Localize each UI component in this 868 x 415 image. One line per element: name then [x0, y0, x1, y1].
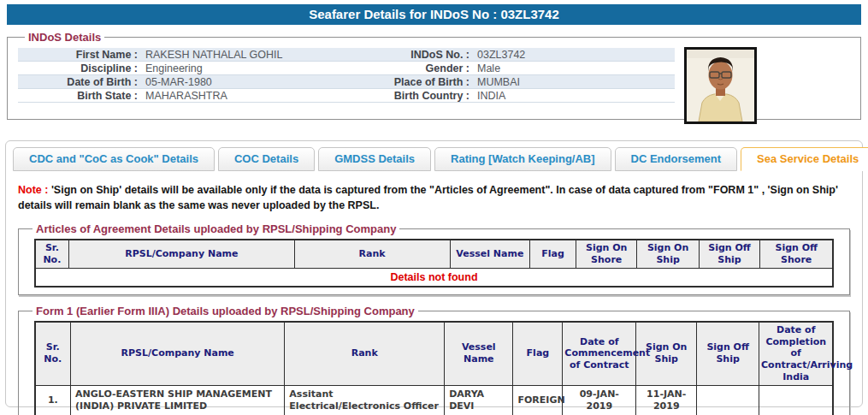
column-header-sr-no: Sr. No. [35, 240, 69, 268]
column-header-vessel-name: Vessel Name [450, 240, 529, 268]
field-label-place-of-birth: Place of Birth : [341, 76, 469, 88]
field-label-indos-no: INDoS No. : [341, 49, 469, 61]
table-cell-sign-off-ship [697, 385, 759, 415]
column-header-sign-off-ship: Sign Off Ship [700, 240, 760, 268]
tab-rating-watch-keeping-ab[interactable]: Rating [Watch Keeping/AB] [434, 147, 611, 171]
table-cell-date-of-commencement-of-contract: 09-JAN-2019 [563, 385, 636, 415]
tab-cdc-and-coc-as-cook-details[interactable]: CDC and "CoC as Cook" Details [13, 147, 215, 171]
field-value-gender: Male [469, 62, 675, 74]
column-header-flag: Flag [513, 322, 563, 385]
field-value-date-of-birth: 05-MAR-1980 [138, 76, 341, 88]
column-header-sign-off-ship: Sign Off Ship [697, 322, 759, 385]
field-label-birth-state: Birth State : [18, 90, 138, 102]
indos-row: Birth State :MAHARASHTRABirth Country :I… [18, 89, 675, 103]
field-value-first-name: RAKESH NATHALAL GOHIL [138, 49, 341, 61]
column-header-sign-off-shore: Sign Off Shore [759, 240, 833, 268]
articles-of-agreement-legend: Articles of Agreement Details uploaded b… [32, 222, 399, 235]
indos-grid: First Name :RAKESH NATHALAL GOHILINDoS N… [18, 48, 675, 103]
table-header-row: Sr. No.RPSL/Company NameRankVessel NameF… [35, 240, 834, 268]
column-header-sign-on-ship: Sign On Ship [636, 322, 697, 385]
column-header-date-of-completion-of-contract-arriving-india: Date of Completion of Contract/Arriving … [759, 322, 834, 385]
field-label-discipline: Discipline : [18, 62, 138, 74]
tab-coc-details[interactable]: COC Details [218, 147, 315, 171]
table-cell-sign-on-ship: 11-JAN-2019 [636, 385, 697, 415]
field-value-birth-state: MAHARASHTRA [138, 90, 341, 102]
table-cell-rpsl-company-name: ANGLO-EASTERN SHIP MANAGEMENT (INDIA) PR… [71, 385, 285, 415]
seafarer-photo-illustration [687, 50, 754, 122]
field-value-discipline: Engineering [138, 62, 341, 74]
tab-sea-service-details[interactable]: Sea Service Details [741, 147, 868, 171]
column-header-rank: Rank [285, 322, 445, 385]
column-header-rpsl-company-name: RPSL/Company Name [71, 322, 285, 385]
table-cell-vessel-name: DARYA DEVI [445, 385, 513, 415]
empty-message-row: Details not found [35, 268, 834, 287]
indos-row: Discipline :EngineeringGender :Male [18, 62, 675, 75]
indos-details-legend: INDoS Details [25, 31, 104, 44]
column-header-sign-on-shore: Sign On Shore [576, 240, 637, 268]
column-header-sign-on-ship: Sign On Ship [637, 240, 700, 268]
field-value-indos-no: 03ZL3742 [469, 49, 675, 61]
field-label-gender: Gender : [341, 62, 469, 74]
table-cell-sr-no: 1. [35, 385, 71, 415]
note-prefix: Note : [18, 184, 48, 196]
articles-of-agreement-fieldset: Articles of Agreement Details uploaded b… [18, 222, 850, 295]
indos-row: First Name :RAKESH NATHALAL GOHILINDoS N… [18, 48, 675, 62]
column-header-sr-no: Sr. No. [35, 322, 71, 385]
table-cell-flag: FOREIGN [513, 385, 563, 415]
note-text: Note : 'Sign on Ship' details will be av… [18, 183, 850, 213]
table-header-row: Sr. No.RPSL/Company NameRankVessel NameF… [35, 322, 834, 385]
page-title: Seafarer Details for INDoS No : 03ZL3742 [7, 4, 861, 25]
table-cell-rank: Assitant Electrical/Electronics Officer [285, 385, 445, 415]
form1-details-fieldset: Form 1 (Earlier Form IIIA) Details uploa… [18, 305, 850, 415]
indos-row: Date of Birth :05-MAR-1980Place of Birth… [18, 75, 675, 89]
empty-message-cell: Details not found [35, 268, 834, 287]
table-cell-date-of-completion-of-contract-arriving-india [759, 385, 834, 415]
articles-of-agreement-table: Sr. No.RPSL/Company NameRankVessel NameF… [34, 239, 835, 288]
field-label-date-of-birth: Date of Birth : [18, 76, 138, 88]
field-value-birth-country: INDIA [469, 90, 675, 102]
column-header-flag: Flag [530, 240, 576, 268]
field-value-place-of-birth: MUMBAI [469, 76, 675, 88]
form1-details-legend: Form 1 (Earlier Form IIIA) Details uploa… [32, 305, 418, 317]
tab-panel: CDC and "CoC as Cook" DetailsCOC Details… [5, 140, 863, 407]
tab-bar: CDC and "CoC as Cook" DetailsCOC Details… [6, 141, 862, 171]
indos-details-fieldset: INDoS Details First Name :RAKESH NATHALA… [7, 31, 861, 120]
field-label-birth-country: Birth Country : [341, 90, 469, 102]
note-body: 'Sign on Ship' details will be available… [18, 184, 838, 211]
column-header-vessel-name: Vessel Name [445, 322, 513, 385]
seafarer-photo [684, 47, 757, 124]
tab-dc-endorsement[interactable]: DC Endorsement [615, 147, 737, 171]
field-label-first-name: First Name : [18, 49, 138, 61]
column-header-rank: Rank [294, 240, 450, 268]
column-header-rpsl-company-name: RPSL/Company Name [69, 240, 294, 268]
column-header-date-of-commencement-of-contract: Date of Commencement of Contract [563, 322, 636, 385]
form1-details-table: Sr. No.RPSL/Company NameRankVessel NameF… [34, 321, 835, 415]
table-row: 1.ANGLO-EASTERN SHIP MANAGEMENT (INDIA) … [35, 385, 834, 415]
tab-gmdss-details[interactable]: GMDSS Details [318, 147, 431, 171]
